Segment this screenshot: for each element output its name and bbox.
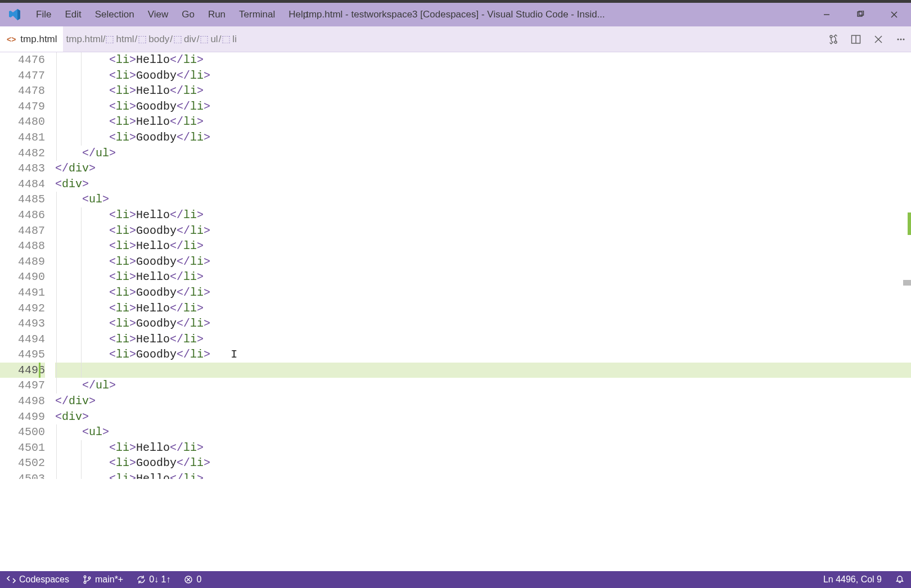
breadcrumbs[interactable]: tmp.html/ ⬚html/ ⬚body/ ⬚div/ ⬚ul/ ⬚li [63, 33, 237, 45]
status-cursor-position[interactable]: Ln 4496, Col 9 [817, 571, 889, 588]
code-line[interactable]: <li>Hello</li> [55, 440, 911, 456]
line-number: 4490 [0, 269, 45, 285]
line-number: 4500 [0, 424, 45, 440]
line-number: 4476 [0, 52, 45, 68]
svg-rect-1 [858, 12, 862, 16]
svg-point-14 [84, 576, 86, 578]
breadcrumb-html[interactable]: ⬚html [105, 33, 134, 45]
status-git-branch[interactable]: main*+ [76, 571, 130, 588]
status-bar: Codespaces main*+ 0↓ 1↑ 0 Ln 4496, Col 9 [0, 571, 911, 588]
menu-bar: File Edit Selection View Go Run Terminal… [29, 6, 315, 24]
code-area[interactable]: <li>Hello</li> <li>Goodby</li> <li>Hello… [55, 52, 911, 571]
code-line[interactable]: </ul> [55, 146, 911, 161]
line-number: 4494 [0, 332, 45, 347]
code-line[interactable]: <ul> [55, 192, 911, 207]
breadcrumb-ul[interactable]: ⬚ul [200, 33, 218, 45]
breadcrumb-li[interactable]: ⬚li [222, 33, 237, 45]
code-line[interactable]: <div> [55, 409, 911, 425]
status-notifications-icon[interactable] [889, 571, 911, 588]
menu-run[interactable]: Run [201, 6, 232, 24]
line-number: 4481 [0, 130, 45, 146]
code-line[interactable]: <div> [55, 177, 911, 192]
menu-view[interactable]: View [141, 6, 175, 24]
breadcrumb-body[interactable]: ⬚body [138, 33, 169, 45]
menu-terminal[interactable]: Terminal [232, 6, 282, 24]
breadcrumb-path[interactable]: tmp.html/ [66, 34, 106, 45]
code-line[interactable]: <li>Goodby</li> [55, 316, 911, 332]
code-line[interactable]: <li>Hello</li> [55, 269, 911, 285]
code-line[interactable]: <li>Goodby</li> [55, 455, 911, 471]
git-changes-icon[interactable] [828, 34, 839, 45]
line-number: 4493 [0, 316, 45, 332]
code-line[interactable]: <li>Goodby</li> [55, 68, 911, 84]
svg-point-15 [84, 581, 86, 584]
code-line[interactable]: <li>Hello</li> [55, 471, 911, 479]
code-line[interactable]: <li>Hello</li> [55, 332, 911, 347]
line-number: 4477 [0, 68, 45, 84]
line-number: 4492 [0, 301, 45, 316]
line-number: 4482 [0, 146, 45, 161]
status-sync[interactable]: 0↓ 1↑ [130, 571, 177, 588]
line-number: 4498 [0, 393, 45, 409]
line-number: 4487 [0, 223, 45, 239]
code-line[interactable]: <li>Hello</li> [55, 238, 911, 254]
window-title: tmp.html - testworkspace3 [Codespaces] -… [306, 9, 605, 20]
code-line[interactable]: </div> [55, 393, 911, 409]
svg-point-13 [903, 38, 905, 40]
code-line[interactable]: <ul> [55, 424, 911, 440]
line-number: 4485 [0, 192, 45, 207]
line-number: 4497 [0, 378, 45, 393]
svg-point-6 [835, 41, 837, 43]
svg-point-5 [830, 35, 832, 38]
code-line[interactable]: <li>Hello</li> [55, 52, 911, 68]
code-line[interactable]: </ul> [55, 378, 911, 393]
html-file-icon: <> [7, 35, 16, 44]
line-number: 4484 [0, 177, 45, 192]
code-line[interactable] [55, 363, 911, 378]
code-line[interactable]: </div> [55, 161, 911, 177]
tab-bar: <> tmp.html tmp.html/ ⬚html/ ⬚body/ ⬚div… [0, 26, 911, 52]
code-line[interactable]: <li>Hello</li> [55, 83, 911, 99]
code-line[interactable]: <li>Goodby</li> [55, 254, 911, 270]
code-line[interactable]: <li>Goodby</li> [55, 223, 911, 239]
minimize-button[interactable] [810, 3, 844, 26]
code-line[interactable]: <li>Goodby</li> I [55, 347, 911, 363]
line-number-gutter: 4476447744784479448044814482448344844485… [0, 52, 55, 571]
element-icon: ⬚ [105, 33, 114, 45]
maximize-button[interactable] [844, 3, 877, 26]
code-line[interactable]: <li>Hello</li> [55, 301, 911, 316]
status-remote-codespaces[interactable]: Codespaces [0, 571, 76, 588]
code-line[interactable]: <li>Hello</li> [55, 114, 911, 130]
split-editor-icon[interactable] [850, 34, 862, 45]
menu-file[interactable]: File [29, 6, 58, 24]
svg-point-11 [898, 38, 899, 40]
close-button[interactable] [877, 3, 911, 26]
code-line[interactable]: <li>Goodby</li> [55, 285, 911, 301]
line-number: 4486 [0, 207, 45, 223]
code-line[interactable]: <li>Goodby</li> [55, 130, 911, 146]
more-actions-icon[interactable] [895, 34, 907, 45]
tab-tmphtml[interactable]: <> tmp.html [0, 26, 63, 52]
code-line[interactable]: <li>Hello</li> [55, 207, 911, 223]
line-number: 4501 [0, 440, 45, 456]
element-icon: ⬚ [138, 33, 147, 45]
element-icon: ⬚ [173, 33, 182, 45]
line-number: 4503 [0, 471, 45, 479]
line-number: 4499 [0, 409, 45, 425]
menu-selection[interactable]: Selection [88, 6, 141, 24]
tab-label: tmp.html [20, 34, 57, 45]
menu-go[interactable]: Go [175, 6, 201, 24]
line-number: 4502 [0, 455, 45, 471]
element-icon: ⬚ [200, 33, 209, 45]
editor-actions [828, 34, 907, 45]
menu-edit[interactable]: Edit [58, 6, 88, 24]
line-number: 4478 [0, 83, 45, 99]
svg-point-12 [900, 38, 902, 40]
breadcrumb-div[interactable]: ⬚div [173, 33, 196, 45]
code-editor[interactable]: 4476447744784479448044814482448344844485… [0, 52, 911, 571]
close-editor-icon[interactable] [873, 34, 884, 45]
status-problems[interactable]: 0 [177, 571, 208, 588]
text-cursor: I [231, 348, 237, 361]
code-line[interactable]: <li>Goodby</li> [55, 99, 911, 115]
line-number: 4479 [0, 99, 45, 115]
